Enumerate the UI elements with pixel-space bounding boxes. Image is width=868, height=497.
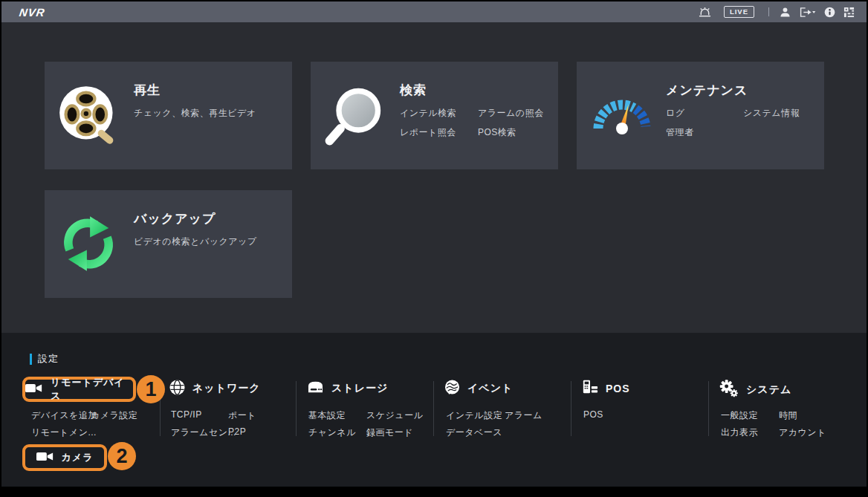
video-camera-icon	[36, 450, 54, 465]
card-backup[interactable]: バックアップ ビデオの検索とバックアップ	[45, 190, 292, 298]
link-schedule[interactable]: スケジュール	[366, 409, 423, 422]
link-admin[interactable]: 管理者	[666, 126, 694, 139]
settings-item-label: カメラ	[62, 451, 94, 464]
magnifier-icon	[323, 84, 387, 148]
user-icon[interactable]	[780, 7, 791, 18]
globe-icon	[169, 380, 185, 397]
link-general-settings[interactable]: 一般設定	[721, 409, 758, 422]
link-record-mode[interactable]: 録画モード	[366, 426, 413, 439]
link-log[interactable]: ログ	[666, 107, 685, 120]
link-time[interactable]: 時間	[779, 409, 797, 422]
column-divider	[708, 381, 709, 436]
settings-item-label: ストレージ	[331, 382, 388, 395]
app-window: NVR LIVE	[1, 1, 867, 487]
card-subtitle: ビデオの検索とバックアップ	[134, 235, 257, 248]
topbar-divider	[768, 7, 769, 16]
settings-item-label: POS	[606, 383, 630, 394]
heading-accent-bar	[30, 354, 32, 365]
settings-item-remote-device[interactable]: リモートデバイス	[22, 377, 136, 402]
column-divider	[433, 381, 434, 436]
settings-item-storage[interactable]: ストレージ	[307, 380, 388, 397]
info-icon[interactable]	[824, 7, 835, 18]
settings-item-camera[interactable]: カメラ	[22, 444, 107, 471]
settings-section: 設定 リモートデバイス 1 デバイスを追加 カメラ設定 リモートメン...	[1, 333, 867, 487]
link-system-info[interactable]: システム情報	[743, 107, 800, 120]
link-channel[interactable]: チャンネル	[308, 426, 356, 439]
pos-terminal-icon	[582, 380, 598, 397]
link-port[interactable]: ポート	[228, 409, 256, 422]
link-camera-settings[interactable]: カメラ設定	[91, 409, 137, 422]
link-tcpip[interactable]: TCP/IP	[171, 409, 202, 420]
link-pos-search[interactable]: POS検索	[478, 126, 516, 139]
column-divider	[296, 381, 297, 436]
card-title: 再生	[134, 82, 161, 99]
link-add-device[interactable]: デバイスを追加	[31, 409, 97, 422]
link-alarm[interactable]: アラーム	[505, 409, 542, 422]
step-1-badge: 1	[137, 375, 165, 403]
settings-item-label: イベント	[467, 382, 513, 395]
brain-icon	[444, 380, 460, 397]
topbar-actions: LIVE	[698, 1, 855, 22]
card-title: メンテナンス	[666, 82, 748, 99]
card-search[interactable]: 検索 インテル検索 アラームの照会 レポート照会 POS検索	[311, 62, 558, 169]
link-basic-settings[interactable]: 基本設定	[308, 409, 346, 422]
link-output-display[interactable]: 出力表示	[721, 426, 758, 439]
hard-drive-icon	[307, 380, 324, 397]
settings-heading: 設定	[30, 352, 59, 366]
step-2-badge: 2	[108, 442, 136, 470]
film-reel-icon	[57, 84, 121, 148]
link-pos[interactable]: POS	[583, 409, 603, 420]
sync-arrows-icon	[57, 212, 121, 276]
link-database[interactable]: データベース	[446, 426, 502, 439]
nvr-logo: NVR	[19, 6, 46, 19]
link-alarm-inquiry[interactable]: アラームの照会	[478, 107, 544, 120]
link-account[interactable]: アカウント	[779, 426, 826, 439]
link-intel-search[interactable]: インテル検索	[400, 107, 456, 120]
settings-item-pos[interactable]: POS	[582, 380, 630, 397]
main-menu: 再生 チェック、検索、再生ビデオ 検索 インテル検索 アラームの照会 レポ	[1, 22, 867, 333]
card-subtitle: チェック、検索、再生ビデオ	[134, 107, 256, 120]
top-bar: NVR LIVE	[1, 1, 867, 22]
gears-icon	[719, 380, 739, 400]
link-intel-settings[interactable]: インテル設定	[446, 409, 502, 422]
settings-item-event[interactable]: イベント	[444, 380, 513, 397]
card-playback[interactable]: 再生 チェック、検索、再生ビデオ	[45, 62, 292, 169]
settings-item-network[interactable]: ネットワーク	[169, 380, 261, 397]
settings-item-label: システム	[746, 383, 791, 397]
settings-item-label: リモートデバイス	[51, 376, 133, 403]
logout-icon[interactable]	[799, 7, 816, 18]
settings-item-label: ネットワーク	[192, 382, 261, 395]
settings-item-system[interactable]: システム	[719, 380, 791, 400]
link-report-inquiry[interactable]: レポート照会	[400, 126, 456, 139]
qr-icon[interactable]	[843, 7, 855, 18]
card-maintenance[interactable]: メンテナンス ログ システム情報 管理者	[577, 62, 824, 169]
alarm-icon[interactable]	[698, 6, 712, 19]
settings-heading-label: 設定	[38, 352, 59, 366]
link-p2p[interactable]: P2P	[228, 426, 246, 437]
link-remote-men[interactable]: リモートメン...	[31, 426, 97, 439]
column-divider	[571, 381, 571, 436]
card-title: バックアップ	[134, 210, 216, 227]
video-camera-icon	[25, 382, 43, 397]
card-title: 検索	[400, 82, 427, 99]
link-alarm-center[interactable]: アラームセン...	[171, 426, 236, 439]
live-button[interactable]: LIVE	[724, 6, 754, 18]
gauge-icon	[589, 84, 653, 148]
